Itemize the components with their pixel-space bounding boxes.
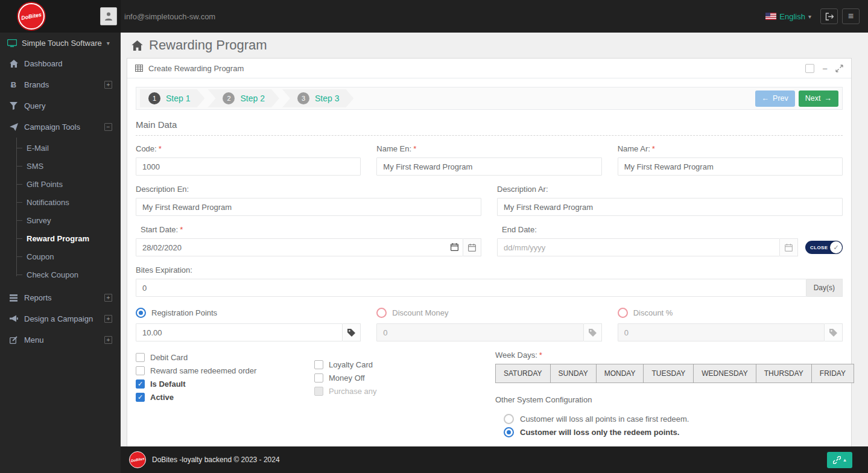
sidebar-item-survey[interactable]: Survey bbox=[0, 211, 121, 229]
sidebar: Simple Touch Software ▾ Dashboard Ƀ Bran… bbox=[0, 33, 121, 473]
checkbox-unchecked[interactable] bbox=[136, 353, 145, 362]
start-date-calendar-addon[interactable] bbox=[463, 238, 481, 256]
weekday-tuesday-button[interactable]: TUESDAY bbox=[643, 364, 694, 383]
page-header: Rewarding Program bbox=[121, 33, 868, 59]
form-row-names: Code:* Name En:* Name Ar:* bbox=[136, 144, 843, 176]
loyalty-card-checkbox[interactable]: Loyalty Card bbox=[314, 358, 495, 371]
sidebar-item-email[interactable]: E-Mail bbox=[0, 139, 121, 157]
sidebar-company-header[interactable]: Simple Touch Software ▾ bbox=[0, 33, 121, 53]
sidebar-item-query[interactable]: Query bbox=[0, 95, 121, 116]
expand-icon[interactable] bbox=[835, 65, 843, 72]
panel-body: 1 Step 1 2 Step 2 3 Step 3 ← Prev bbox=[127, 78, 851, 466]
sidebar-item-reports[interactable]: Reports + bbox=[0, 287, 121, 308]
discount-money-option[interactable]: Discount Money bbox=[376, 308, 601, 318]
minimize-icon[interactable]: − bbox=[822, 63, 828, 74]
language-dropdown[interactable]: English ▾ bbox=[765, 12, 811, 21]
panel-checkbox[interactable] bbox=[805, 64, 814, 73]
topbar: DoBites info@simpletouch-sw.com English … bbox=[0, 0, 868, 33]
checkbox-unchecked[interactable] bbox=[314, 360, 323, 369]
sidebar-item-brands[interactable]: Ƀ Brands + bbox=[0, 74, 121, 95]
end-date-calendar-addon[interactable] bbox=[780, 238, 798, 256]
discount-percent-input[interactable] bbox=[618, 323, 825, 341]
checkbox-checked[interactable] bbox=[136, 393, 145, 402]
sidebar-item-menu[interactable]: Menu + bbox=[0, 329, 121, 351]
us-flag-icon bbox=[765, 13, 776, 20]
sign-out-icon bbox=[825, 13, 834, 21]
bites-expiration-label: Bites Expiration: bbox=[136, 265, 843, 275]
description-en-input[interactable] bbox=[136, 198, 481, 216]
checkbox-label: Loyalty Card bbox=[329, 360, 373, 369]
sidebar-item-campaign-tools[interactable]: Campaign Tools − bbox=[0, 116, 121, 138]
start-date-input[interactable] bbox=[136, 238, 463, 256]
menu-toggle-button[interactable]: ≡ bbox=[842, 8, 860, 24]
weekdays-section: Week Days:* SATURDAY SUNDAY MONDAY TUESD… bbox=[495, 351, 843, 458]
expand-plus-icon[interactable]: + bbox=[104, 294, 112, 302]
radio-unselected[interactable] bbox=[618, 308, 628, 318]
logout-button[interactable] bbox=[820, 8, 838, 24]
code-input[interactable] bbox=[136, 157, 361, 176]
registration-points-input[interactable] bbox=[136, 323, 343, 341]
step-number: 1 bbox=[148, 92, 160, 104]
weekday-friday-button[interactable]: FRIDAY bbox=[811, 364, 854, 383]
sidebar-item-coupon[interactable]: Coupon bbox=[0, 247, 121, 265]
tag-addon[interactable] bbox=[343, 323, 361, 341]
bites-expiration-input[interactable] bbox=[136, 279, 806, 297]
brand-area: DoBites bbox=[0, 0, 121, 33]
registration-points-option[interactable]: Registration Points bbox=[136, 308, 361, 318]
weekday-monday-button[interactable]: MONDAY bbox=[596, 364, 644, 383]
radio-selected[interactable] bbox=[136, 308, 146, 318]
prev-button[interactable]: ← Prev bbox=[755, 90, 795, 107]
loss-redeem-points-option[interactable]: Customer will loss only the redeem point… bbox=[504, 425, 843, 439]
name-ar-label: Name Ar:* bbox=[618, 144, 843, 153]
checkbox-unchecked[interactable] bbox=[314, 373, 323, 383]
sidebar-item-dashboard[interactable]: Dashboard bbox=[0, 53, 121, 74]
radio-unselected[interactable] bbox=[376, 308, 387, 318]
weekday-sunday-button[interactable]: SUNDAY bbox=[550, 364, 597, 383]
calendar-icon bbox=[468, 244, 476, 252]
sidebar-item-reward-program[interactable]: Reward Program bbox=[0, 229, 121, 247]
is-default-checkbox[interactable]: Is Default bbox=[136, 377, 314, 390]
name-ar-input[interactable] bbox=[618, 157, 843, 176]
user-avatar-button[interactable] bbox=[100, 7, 117, 25]
wizard-step-1[interactable]: 1 Step 1 bbox=[140, 89, 204, 107]
sidebar-item-notifications[interactable]: Notifications bbox=[0, 193, 121, 211]
submenu-label: Check Coupon bbox=[27, 270, 78, 279]
reward-same-redeemed-order-checkbox[interactable]: Reward same redeemed order bbox=[136, 364, 314, 377]
sidebar-item-design-a-campaign[interactable]: Design a Campaign + bbox=[0, 308, 121, 329]
expand-plus-icon[interactable]: + bbox=[104, 336, 112, 344]
next-button[interactable]: Next → bbox=[799, 90, 838, 107]
expand-plus-icon[interactable]: + bbox=[104, 315, 112, 323]
debit-card-checkbox[interactable]: Debit Card bbox=[136, 351, 314, 364]
end-date-input[interactable] bbox=[497, 238, 780, 256]
weekday-wednesday-button[interactable]: WEDNESDAY bbox=[693, 364, 756, 383]
weekday-saturday-button[interactable]: SATURDAY bbox=[495, 364, 551, 383]
scroll-top-button[interactable]: ▴ bbox=[827, 452, 852, 468]
weekday-thursday-button[interactable]: THURSDAY bbox=[756, 364, 812, 383]
radio-unselected[interactable] bbox=[504, 414, 514, 424]
sidebar-item-gift-points[interactable]: Gift Points bbox=[0, 175, 121, 193]
checkbox-unchecked[interactable] bbox=[136, 366, 145, 375]
wizard-step-2[interactable]: 2 Step 2 bbox=[207, 89, 279, 107]
sidebar-item-sms[interactable]: SMS bbox=[0, 157, 121, 175]
table-icon bbox=[135, 65, 143, 72]
name-en-input[interactable] bbox=[376, 157, 601, 176]
money-off-checkbox[interactable]: Money Off bbox=[314, 371, 495, 384]
collapse-minus-icon[interactable]: − bbox=[104, 123, 112, 131]
purchase-any-checkbox: Purchase any bbox=[314, 384, 495, 398]
discount-percent-option[interactable]: Discount % bbox=[618, 308, 843, 318]
sidebar-item-check-coupon[interactable]: Check Coupon bbox=[0, 265, 121, 284]
tag-icon bbox=[589, 329, 597, 337]
hamburger-icon: ≡ bbox=[848, 11, 854, 21]
end-date-toggle[interactable]: CLOSE bbox=[805, 241, 843, 254]
logo-text: DoBites bbox=[130, 457, 144, 463]
radio-selected[interactable] bbox=[504, 427, 514, 437]
active-checkbox[interactable]: Active bbox=[136, 390, 314, 404]
sidebar-item-label: Menu bbox=[24, 335, 44, 344]
wizard-step-3[interactable]: 3 Step 3 bbox=[282, 89, 353, 107]
account-email: info@simpletouch-sw.com bbox=[124, 12, 215, 21]
description-ar-input[interactable] bbox=[497, 198, 843, 216]
expand-plus-icon[interactable]: + bbox=[104, 81, 112, 89]
checkbox-checked[interactable] bbox=[136, 379, 145, 389]
loss-all-points-option[interactable]: Customer will loss all points in case fi… bbox=[504, 412, 843, 425]
discount-money-input[interactable] bbox=[376, 323, 583, 341]
